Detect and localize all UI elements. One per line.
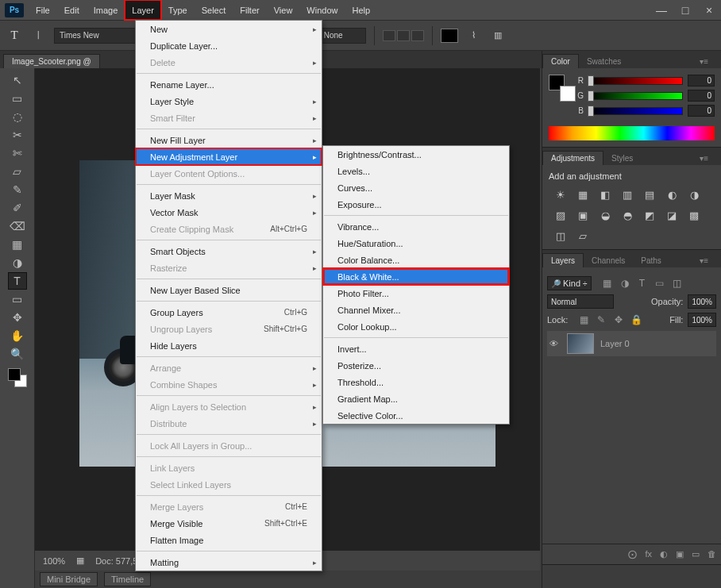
tool-6[interactable]: ✎	[8, 181, 27, 198]
document-tab[interactable]: Image_Scooter.png @	[3, 54, 100, 68]
lock-icon[interactable]: 🔒	[630, 314, 642, 325]
menu-item[interactable]: Layer Mask	[136, 187, 322, 204]
menu-edit[interactable]: Edit	[57, 0, 87, 20]
orientation-icon[interactable]: ⼁	[30, 28, 46, 44]
tool-15[interactable]: 🔍	[8, 345, 27, 363]
adjustment-icon[interactable]: ◫	[553, 229, 568, 243]
menu-item[interactable]: Smart Objects	[136, 243, 322, 259]
color-spectrum[interactable]	[549, 126, 715, 140]
layers-foot-icon[interactable]: ▭	[692, 549, 700, 559]
adjustment-icon[interactable]: ◑	[687, 187, 701, 202]
menu-type[interactable]: Type	[161, 0, 195, 20]
close-button[interactable]: ×	[697, 0, 721, 20]
minimize-button[interactable]: —	[650, 0, 673, 20]
fill-value[interactable]: 100%	[688, 313, 716, 327]
tool-3[interactable]: ✂	[8, 126, 27, 144]
color-tab[interactable]: Color	[542, 54, 579, 68]
tool-0[interactable]: ↖	[8, 71, 27, 89]
paths-tab[interactable]: Paths	[633, 254, 669, 267]
tool-11[interactable]: T	[8, 272, 27, 290]
submenu-item[interactable]: Threshold...	[323, 374, 509, 390]
submenu-item[interactable]: Gradient Map...	[323, 390, 509, 407]
tool-7[interactable]: ✐	[8, 199, 27, 217]
menu-item[interactable]: Flatten Image	[136, 532, 322, 548]
layer-thumbnail[interactable]	[567, 333, 594, 354]
filter-kind-icon[interactable]: T	[636, 278, 649, 289]
text-align-group[interactable]	[383, 30, 424, 41]
submenu-item[interactable]: Posterize...	[323, 357, 509, 374]
menu-item[interactable]: New Layer Based Slice	[136, 282, 322, 298]
submenu-item[interactable]: Vibrance...	[323, 218, 509, 235]
submenu-item[interactable]: Curves...	[323, 179, 509, 196]
adjustment-icon[interactable]: ◓	[620, 208, 634, 222]
tool-8[interactable]: ⌫	[8, 217, 27, 235]
layers-foot-icon[interactable]: 🗑	[708, 549, 716, 559]
warp-text-icon[interactable]: ⌇	[466, 28, 482, 44]
adjustment-icon[interactable]: ◒	[598, 208, 612, 222]
menu-filter[interactable]: Filter	[233, 0, 266, 20]
maximize-button[interactable]: □	[673, 0, 697, 20]
g-value[interactable]: 0	[688, 90, 715, 102]
zoom-level[interactable]: 100%	[43, 556, 65, 566]
menu-item[interactable]: New	[136, 21, 322, 37]
tool-4[interactable]: ✄	[8, 144, 27, 162]
lock-icon[interactable]: ✎	[595, 314, 607, 325]
layers-foot-icon[interactable]: ◐	[660, 549, 668, 559]
timeline-tab[interactable]: Timeline	[104, 572, 151, 586]
submenu-item[interactable]: Hue/Saturation...	[323, 235, 509, 252]
adjustment-icon[interactable]: ▣	[576, 208, 590, 222]
tool-1[interactable]: ▭	[8, 90, 27, 107]
tool-10[interactable]: ◑	[8, 254, 27, 271]
layers-foot-icon[interactable]: ▣	[676, 549, 684, 559]
b-slider[interactable]	[588, 107, 683, 115]
tool-12[interactable]: ▭	[8, 290, 27, 308]
submenu-item[interactable]: Levels...	[323, 163, 509, 179]
menu-file[interactable]: File	[29, 0, 57, 20]
layers-foot-icon[interactable]: fx	[645, 549, 652, 559]
submenu-item[interactable]: Brightness/Contrast...	[323, 146, 509, 163]
mini-bridge-tab[interactable]: Mini Bridge	[40, 572, 98, 586]
submenu-item[interactable]: Selective Color...	[323, 407, 509, 424]
adjustment-icon[interactable]: ▨	[553, 208, 568, 222]
filter-kind-icon[interactable]: ▭	[654, 278, 666, 289]
blend-mode-select[interactable]: Normal	[547, 294, 614, 309]
fg-bg-swatch[interactable]	[8, 368, 27, 387]
tool-14[interactable]: ✋	[8, 327, 27, 344]
adjustment-icon[interactable]: ◧	[598, 187, 612, 202]
menu-image[interactable]: Image	[87, 0, 125, 20]
menu-item[interactable]: New Fill Layer	[136, 132, 322, 148]
menu-select[interactable]: Select	[195, 0, 233, 20]
submenu-item[interactable]: Color Balance...	[323, 252, 509, 268]
channels-tab[interactable]: Channels	[584, 254, 633, 267]
layer-name[interactable]: Layer 0	[600, 339, 630, 348]
adjustment-icon[interactable]: ▤	[642, 187, 657, 202]
lock-icon[interactable]: ✥	[612, 314, 625, 325]
menu-window[interactable]: Window	[299, 0, 345, 20]
submenu-item[interactable]: Photo Filter...	[323, 285, 509, 302]
adjustment-icon[interactable]: ▱	[576, 229, 590, 243]
layers-tab[interactable]: Layers	[542, 253, 584, 267]
submenu-item[interactable]: Black & White...	[323, 268, 509, 285]
adjustment-icon[interactable]: ▥	[620, 187, 634, 202]
adjustment-icon[interactable]: ▦	[576, 187, 590, 202]
panel-menu-icon[interactable]: ▾≡	[692, 55, 716, 68]
menu-item[interactable]: Merge VisibleShift+Ctrl+E	[136, 515, 322, 532]
adjustment-icon[interactable]: ◐	[665, 187, 679, 202]
r-slider[interactable]	[588, 77, 683, 85]
g-slider[interactable]	[588, 92, 683, 100]
r-value[interactable]: 0	[688, 75, 715, 86]
menu-item[interactable]: Group LayersCtrl+G	[136, 304, 322, 321]
filter-kind-icon[interactable]: ◑	[619, 278, 631, 289]
menu-item[interactable]: Vector Mask	[136, 204, 322, 221]
menu-help[interactable]: Help	[345, 0, 377, 20]
menu-item[interactable]: Hide Layers	[136, 337, 322, 354]
menu-layer[interactable]: Layer	[125, 0, 161, 20]
mini-bridge-icon[interactable]: ▦	[76, 555, 84, 566]
lock-icon[interactable]: ▦	[577, 314, 590, 325]
layer-filter-kind[interactable]: 🔎 Kind ÷	[547, 276, 592, 290]
tool-preset-icon[interactable]: T	[6, 28, 22, 44]
adjustments-tab[interactable]: Adjustments	[542, 151, 603, 165]
tool-9[interactable]: ▦	[8, 236, 27, 253]
tool-2[interactable]: ◌	[8, 108, 27, 125]
panels-toggle-icon[interactable]: ▥	[490, 28, 506, 44]
